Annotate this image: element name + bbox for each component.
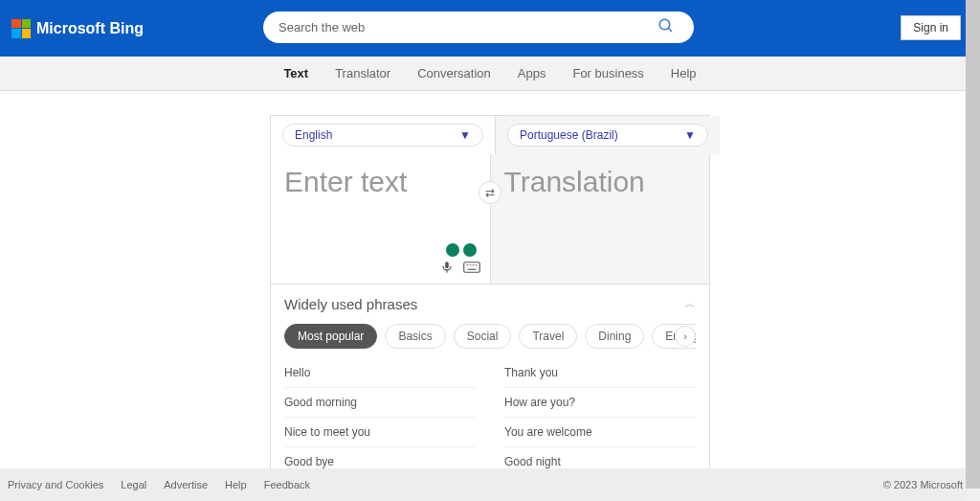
brand-text: Microsoft Bing [36, 20, 144, 37]
signin-button[interactable]: Sign in [901, 15, 961, 40]
subnav-conversation[interactable]: Conversation [417, 66, 491, 80]
target-language-label: Portuguese (Brazil) [520, 128, 618, 142]
phrase-item[interactable]: Good morning [284, 388, 476, 418]
search-button[interactable] [654, 13, 679, 41]
source-lang-col: English ▼ [271, 116, 495, 154]
chip-basics[interactable]: Basics [385, 324, 445, 349]
chip-travel[interactable]: Travel [519, 324, 577, 349]
phrases-section: Widely used phrases ︿ Most popular Basic… [271, 284, 709, 489]
subnav-text[interactable]: Text [283, 66, 308, 80]
subnav-translator[interactable]: Translator [335, 66, 390, 80]
footer: Privacy and Cookies Legal Advertise Help… [0, 468, 980, 501]
language-row: English ▼ Portuguese (Brazil) ▼ [271, 116, 709, 154]
chip-most-popular[interactable]: Most popular [284, 324, 377, 349]
phrases-header: Widely used phrases ︿ [284, 296, 696, 312]
subnav-business[interactable]: For business [572, 66, 643, 80]
microphone-icon[interactable] [440, 260, 454, 278]
bing-logo[interactable]: Microsoft Bing [11, 19, 144, 38]
phrase-item[interactable]: Thank you [504, 358, 696, 388]
source-placeholder: Enter text [284, 166, 477, 198]
phrase-item[interactable]: You are welcome [504, 418, 696, 447]
footer-legal[interactable]: Legal [121, 479, 146, 490]
header-bar: Microsoft Bing Sign in [0, 0, 980, 57]
footer-privacy[interactable]: Privacy and Cookies [8, 479, 103, 490]
phrase-item[interactable]: Nice to meet you [284, 418, 476, 447]
footer-advertise[interactable]: Advertise [164, 479, 208, 490]
search-input[interactable] [278, 20, 654, 34]
microsoft-logo-icon [11, 19, 31, 38]
subnav-help[interactable]: Help [671, 66, 697, 80]
badge-icon[interactable] [463, 243, 477, 257]
swap-languages-button[interactable]: ⇄ [479, 181, 501, 204]
target-text-area: Translation [490, 154, 710, 284]
badge-icon[interactable] [446, 243, 459, 257]
chevron-down-icon: ▼ [459, 128, 471, 142]
svg-rect-4 [463, 262, 479, 273]
input-tools [440, 260, 480, 278]
phrase-item[interactable]: How are you? [504, 388, 696, 418]
target-lang-col: Portuguese (Brazil) ▼ [495, 116, 720, 154]
target-language-selector[interactable]: Portuguese (Brazil) ▼ [507, 124, 708, 147]
phrase-item[interactable]: Hello [284, 358, 476, 388]
footer-feedback[interactable]: Feedback [264, 479, 310, 490]
source-language-label: English [295, 128, 332, 142]
search-icon [657, 17, 675, 34]
category-chips: Most popular Basics Social Travel Dining… [284, 324, 696, 349]
chip-social[interactable]: Social [454, 324, 512, 349]
svg-rect-2 [445, 262, 449, 268]
phrases-title: Widely used phrases [284, 296, 417, 312]
svg-point-0 [659, 19, 670, 30]
chips-next-button[interactable]: › [675, 326, 696, 347]
source-text-area[interactable]: Enter text [271, 154, 490, 284]
svg-line-1 [668, 28, 672, 32]
collapse-icon[interactable]: ︿ [684, 296, 696, 312]
target-placeholder: Translation [504, 166, 697, 198]
scrollbar[interactable] [966, 0, 980, 501]
text-row: Enter text ⇄ Translation [271, 154, 709, 284]
subnav-apps[interactable]: Apps [518, 66, 546, 80]
sub-navigation: Text Translator Conversation Apps For bu… [0, 57, 980, 91]
chevron-down-icon: ▼ [684, 128, 696, 142]
search-bar [263, 11, 694, 43]
main-content: English ▼ Portuguese (Brazil) ▼ Enter te… [0, 91, 980, 490]
chip-dining[interactable]: Dining [585, 324, 644, 349]
footer-help[interactable]: Help [225, 479, 247, 490]
keyboard-icon[interactable] [463, 261, 480, 277]
scrollbar-thumb[interactable] [966, 0, 980, 489]
grammar-badges [446, 243, 477, 257]
translator-widget: English ▼ Portuguese (Brazil) ▼ Enter te… [270, 115, 710, 490]
footer-links: Privacy and Cookies Legal Advertise Help… [8, 479, 310, 490]
copyright-text: © 2023 Microsoft [883, 479, 972, 490]
source-language-selector[interactable]: English ▼ [282, 124, 483, 147]
phrase-grid: Hello Thank you Good morning How are you… [284, 358, 696, 477]
